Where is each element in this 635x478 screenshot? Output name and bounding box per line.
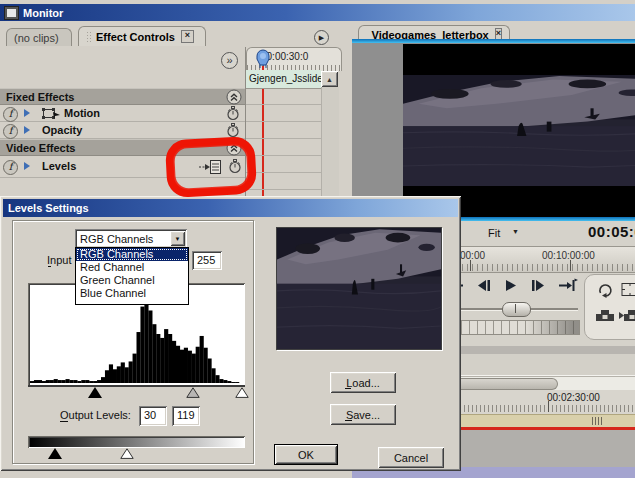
output-levels-label: Output Levels:	[60, 409, 131, 421]
effect-enable-toggle[interactable]: f	[3, 160, 18, 175]
output-slider-strip	[28, 448, 245, 460]
save-button[interactable]: Save...	[330, 404, 396, 425]
channel-select-arrow-button[interactable]: ▼	[170, 231, 185, 246]
monitor-tools-panel	[584, 274, 635, 340]
expand-triangle-icon[interactable]	[24, 162, 30, 170]
clip-name: Gjengen_Jsslide	[249, 73, 321, 84]
input-high-value: 255	[197, 254, 215, 266]
ok-button[interactable]: OK	[274, 444, 338, 465]
ruler-major-tick	[470, 260, 471, 271]
tab-grip	[86, 31, 91, 42]
play-icon[interactable]	[504, 279, 518, 292]
loop-icon[interactable]	[597, 282, 614, 298]
collapse-section-icon[interactable]	[226, 89, 242, 105]
video-picture	[403, 75, 635, 186]
step-forward-icon[interactable]	[530, 279, 546, 292]
dialog-title: Levels Settings	[8, 202, 89, 214]
channel-dropdown-list[interactable]: RGB Channels Red Channel Green Channel B…	[75, 247, 189, 305]
panel-menu-button[interactable]: ▶	[314, 30, 329, 45]
panel-menu-arrow-icon: ▶	[319, 34, 324, 42]
input-white-slider[interactable]	[235, 387, 249, 398]
stopwatch-icon[interactable]	[226, 106, 240, 121]
scroll-up-icon: ▲	[326, 76, 333, 83]
effect-row-motion[interactable]: f Motion	[0, 105, 245, 122]
zoom-level-value[interactable]: Fit	[488, 227, 500, 239]
cancel-button-label: Cancel	[394, 452, 428, 464]
red-annotation-circle	[163, 134, 259, 200]
shuttle-handle[interactable]	[502, 302, 531, 317]
save-button-label: Save...	[346, 409, 380, 421]
premiere-monitor-window: Monitor (no clips) Effect Controls × ▶ »…	[0, 0, 635, 478]
levels-label: Levels	[42, 160, 76, 172]
jog-shade	[461, 321, 579, 334]
input-gray-slider[interactable]	[186, 387, 200, 398]
tab-effect-controls[interactable]: Effect Controls ×	[78, 26, 206, 46]
program-video-area	[352, 43, 635, 217]
ec-scrollbar-track[interactable]	[321, 87, 339, 196]
motion-icon	[42, 107, 61, 120]
fx-glyph: f	[9, 161, 13, 172]
expand-triangle-icon[interactable]	[24, 109, 30, 117]
channel-option-red[interactable]: Red Channel	[76, 261, 188, 274]
channel-option-green[interactable]: Green Channel	[76, 274, 188, 287]
scroll-up-button[interactable]: ▲	[321, 71, 338, 87]
channel-option-rgb[interactable]: RGB Channels	[76, 248, 188, 261]
go-to-out-icon[interactable]	[558, 278, 578, 292]
expand-triangle-icon[interactable]	[24, 126, 30, 134]
clip-name-cell[interactable]: Gjengen_Jsslide	[246, 70, 321, 89]
input-levels-label: Input	[47, 254, 71, 266]
input-high-field[interactable]: 255	[192, 251, 222, 270]
monitor-app-icon	[4, 6, 19, 20]
mnemonic-underline	[345, 420, 352, 421]
window-titlebar[interactable]: Monitor	[0, 4, 635, 21]
extract-icon[interactable]	[619, 308, 635, 322]
shuttle-handle-line	[515, 304, 516, 313]
load-button[interactable]: Load...	[330, 372, 396, 393]
preview-thumbnail	[276, 227, 442, 350]
safe-margins-icon[interactable]	[621, 282, 635, 297]
cancel-button[interactable]: Cancel	[378, 447, 444, 468]
ruler-label-right: 00:10:00:00	[542, 250, 595, 261]
fx-glyph: f	[9, 108, 13, 119]
clip-row-left	[0, 70, 245, 89]
channel-select[interactable]: RGB Channels ▼	[75, 229, 187, 248]
video-effects-label: Video Effects	[6, 142, 76, 154]
lift-icon[interactable]	[595, 308, 615, 322]
fixed-effects-header: Fixed Effects	[0, 88, 245, 105]
tab-close-icon[interactable]: ×	[181, 30, 194, 43]
tab-no-clips-label: (no clips)	[14, 32, 59, 44]
input-slider-strip	[28, 387, 245, 399]
timeline-major-tick	[548, 401, 549, 412]
ruler-major-tick	[570, 260, 571, 271]
effect-enable-toggle[interactable]: f	[3, 107, 18, 122]
step-back-icon[interactable]	[476, 279, 492, 292]
output-white-slider[interactable]	[120, 448, 134, 459]
output-low-field[interactable]: 30	[139, 406, 167, 426]
load-button-label: Load...	[346, 377, 380, 389]
tab-no-clips[interactable]: (no clips)	[6, 28, 72, 46]
channel-option-blue[interactable]: Blue Channel	[76, 287, 188, 300]
program-video-frame	[403, 44, 635, 217]
mnemonic-underline	[48, 266, 51, 267]
dialog-titlebar[interactable]: Levels Settings	[3, 199, 458, 217]
ruler-label-left: 00:00	[460, 250, 485, 261]
show-hide-icon: »	[226, 54, 232, 66]
output-black-slider[interactable]	[48, 448, 62, 459]
dropdown-arrow-icon: ▼	[175, 236, 181, 242]
levels-settings-dialog: Levels Settings RGB Channels ▼ Input 255	[0, 196, 461, 471]
mnemonic-underline	[60, 421, 68, 422]
mnemonic-underline	[345, 388, 351, 389]
show-hide-effects-button[interactable]: »	[221, 52, 238, 69]
effect-enable-toggle[interactable]: f	[3, 124, 18, 139]
zoom-dropdown-arrow-icon[interactable]: ▼	[512, 228, 519, 235]
timeline-ruler-label-right: 00:02:30:00	[547, 392, 600, 403]
program-timecode[interactable]: 00:05:0	[588, 223, 635, 240]
opacity-label: Opacity	[42, 124, 82, 136]
work-area-marker[interactable]	[592, 417, 604, 425]
fx-glyph: f	[9, 125, 13, 136]
fixed-effects-label: Fixed Effects	[6, 91, 74, 103]
output-high-field[interactable]: 119	[172, 406, 200, 426]
input-black-slider[interactable]	[88, 387, 102, 398]
jog-strip[interactable]	[460, 320, 580, 335]
output-gradient-bar	[28, 436, 245, 448]
